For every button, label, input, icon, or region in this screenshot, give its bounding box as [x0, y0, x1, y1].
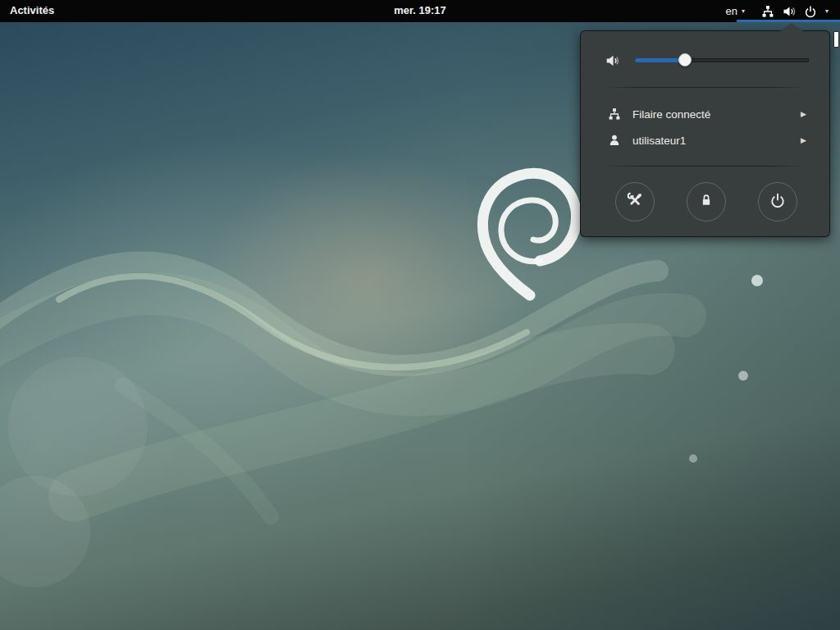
user-icon — [608, 134, 621, 147]
volume-slider-fill — [635, 58, 685, 62]
chevron-down-icon: ▾ — [825, 8, 829, 15]
submenu-arrow-icon: ▶ — [801, 136, 806, 144]
system-menu-button[interactable]: ▾ — [756, 0, 833, 22]
wired-network-icon — [608, 107, 621, 121]
activities-button[interactable]: Activités — [10, 0, 54, 21]
separator — [602, 87, 808, 88]
desktop: Activités mer. 19:17 en ▾ — [0, 0, 840, 630]
volume-slider[interactable] — [635, 58, 809, 62]
menu-item-user[interactable]: utilisateur1 ▶ — [589, 128, 821, 153]
menu-item-label: Filaire connecté — [632, 108, 710, 121]
power-icon — [769, 192, 786, 212]
lock-icon — [699, 193, 714, 211]
keyboard-layout-label: en — [726, 5, 737, 17]
system-menu-popover: Filaire connecté ▶ utilisateur1 ▶ — [580, 30, 830, 237]
settings-icon — [627, 192, 643, 212]
volume-medium-icon — [605, 53, 620, 71]
volume-row — [581, 49, 829, 72]
system-actions-row — [581, 182, 829, 221]
wired-network-icon — [761, 5, 774, 18]
keyboard-layout-indicator[interactable]: en ▾ — [723, 1, 748, 22]
menu-item-network[interactable]: Filaire connecté ▶ — [589, 102, 821, 126]
volume-slider-handle[interactable] — [678, 53, 692, 66]
power-icon — [804, 5, 817, 18]
separator — [602, 166, 808, 167]
menu-item-label: utilisateur1 — [632, 135, 686, 147]
settings-button[interactable] — [615, 182, 655, 221]
active-menu-underline — [737, 20, 840, 22]
clock[interactable]: mer. 19:17 — [394, 0, 446, 21]
chevron-down-icon: ▾ — [742, 8, 745, 15]
submenu-arrow-icon: ▶ — [801, 110, 806, 118]
power-button[interactable] — [758, 182, 797, 221]
lock-button[interactable] — [687, 182, 726, 221]
volume-icon — [783, 5, 796, 18]
topbar-right-cluster: en ▾ — [723, 0, 834, 22]
debian-swirl-logo — [482, 173, 576, 295]
popover-arrow — [780, 23, 803, 31]
mouse-cursor — [833, 31, 839, 48]
top-bar: Activités mer. 19:17 en ▾ — [0, 0, 840, 22]
